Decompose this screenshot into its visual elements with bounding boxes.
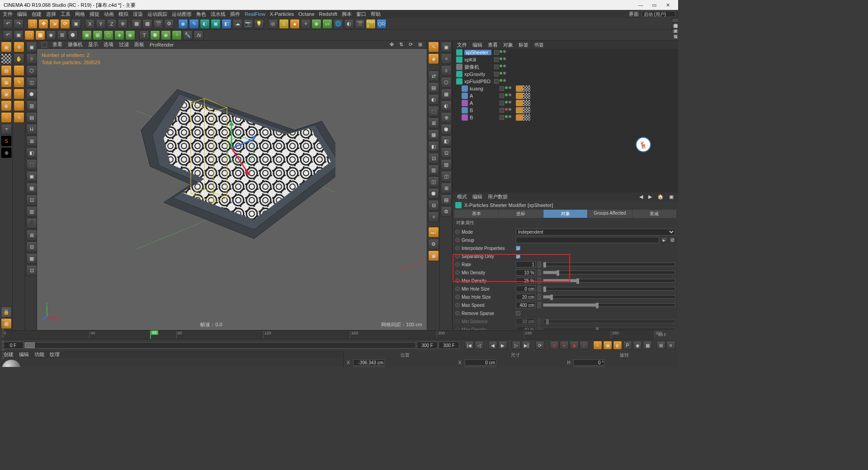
menu-xparticles[interactable]: X-Particles — [270, 11, 294, 17]
object-row[interactable]: A — [453, 92, 678, 99]
size-y[interactable] — [465, 367, 496, 367]
lp3-11[interactable]: ⬚ — [26, 159, 37, 170]
hand-icon[interactable]: ✋ — [14, 53, 24, 64]
om-menu[interactable]: 文件 — [457, 42, 467, 48]
rot-p[interactable] — [573, 367, 605, 367]
k4[interactable]: P — [623, 341, 632, 350]
max-speed-input[interactable] — [516, 302, 536, 308]
menu-item[interactable]: 捕捉 — [90, 11, 99, 18]
vis-render[interactable] — [503, 65, 506, 67]
make-editable[interactable]: ▣ — [1, 42, 12, 52]
coord-sys[interactable]: ⊕ — [118, 19, 127, 29]
tag-icon[interactable] — [523, 107, 530, 113]
spinner[interactable] — [538, 294, 541, 300]
lp3-13[interactable]: ▦ — [26, 183, 37, 193]
spinner[interactable] — [538, 277, 541, 284]
radio-icon[interactable] — [455, 238, 460, 242]
lp3-9[interactable]: ⊞ — [26, 136, 37, 146]
mode-select[interactable]: Independent — [516, 229, 675, 235]
vis-render[interactable] — [509, 108, 511, 111]
move-icon[interactable]: ✥ — [14, 42, 24, 52]
rp2-3[interactable]: ◊ — [441, 65, 452, 76]
menu-item[interactable]: 创建 — [32, 11, 42, 18]
camera[interactable]: 📷 — [243, 19, 253, 29]
layer-toggle[interactable] — [494, 57, 499, 62]
rp2-6[interactable]: ◐ — [441, 100, 452, 111]
menu-item[interactable]: 网格 — [75, 11, 85, 18]
rp1-12[interactable]: ◫ — [428, 176, 439, 187]
tag-icon[interactable] — [516, 107, 523, 113]
lp3-5[interactable]: ⬢ — [26, 89, 37, 99]
tb2-1[interactable]: ↶ — [3, 30, 13, 40]
radio-icon[interactable] — [455, 262, 460, 267]
menu-item[interactable]: 文件 — [3, 11, 13, 18]
vp-menu[interactable]: 过滤 — [119, 41, 129, 48]
object-row[interactable]: xpFluidPBD — [453, 78, 678, 85]
am-tab-groups[interactable]: Groups Affected — [588, 210, 632, 218]
vp-menu[interactable]: 面板 — [134, 41, 144, 48]
scrub-bar[interactable] — [24, 342, 416, 348]
lp3-1[interactable]: ▣ — [26, 42, 37, 52]
rec-key[interactable]: ● — [560, 341, 569, 350]
menu-item[interactable]: 模拟 — [118, 11, 128, 18]
side-tab[interactable]: 属性 — [672, 29, 678, 33]
vis-editor[interactable] — [505, 115, 508, 118]
rp2-10[interactable]: ⊡ — [441, 147, 452, 158]
poly-s-mode[interactable]: S — [1, 136, 12, 146]
lt-4[interactable]: ⬭ — [14, 100, 24, 111]
max-hole-input[interactable] — [516, 294, 536, 300]
pos-x[interactable] — [353, 359, 385, 366]
object-row[interactable]: 摄像机 — [453, 63, 678, 70]
lt-3[interactable]: ⟋ — [14, 89, 24, 99]
layer-toggle[interactable] — [500, 94, 504, 98]
k5[interactable]: ◉ — [633, 341, 642, 350]
lp3-12[interactable]: ▣ — [26, 171, 37, 182]
tb2-12[interactable]: ◉ — [125, 30, 135, 40]
object-mode[interactable]: ▣ — [1, 89, 12, 99]
lp3-4[interactable]: ◫ — [26, 77, 37, 88]
xp-g2[interactable]: ᔕ — [322, 19, 332, 29]
tb2-7[interactable]: ⬢ — [68, 30, 78, 40]
vis-render[interactable] — [503, 57, 506, 60]
rp1-14[interactable]: ⊟ — [428, 200, 439, 211]
xp-g1[interactable]: ◉ — [311, 19, 321, 29]
om-menu[interactable]: 编辑 — [472, 42, 482, 48]
rp1-8[interactable]: ▦ — [428, 129, 439, 140]
mat-menu[interactable]: 编辑 — [19, 351, 29, 358]
layer-toggle[interactable] — [494, 79, 499, 84]
play-fwd[interactable]: ▶ — [498, 341, 507, 350]
om-menu[interactable]: 对象 — [503, 42, 513, 48]
rp1-gear[interactable]: ⚙ — [428, 239, 439, 249]
vp-toggle[interactable] — [42, 42, 47, 47]
xp-render[interactable]: 🎬 — [355, 19, 365, 29]
pos-y[interactable] — [353, 367, 385, 367]
vis-editor[interactable] — [500, 79, 502, 82]
qr-button[interactable]: QR — [377, 19, 387, 29]
cube-primitive[interactable]: ◉ — [178, 19, 188, 29]
k8[interactable]: ≡ — [666, 341, 675, 350]
rotate-tool[interactable]: ⟳ — [60, 19, 70, 29]
am-menu[interactable]: 模式 — [457, 193, 467, 200]
tb2-fx[interactable]: .fx — [193, 30, 203, 40]
vis-editor[interactable] — [500, 57, 502, 60]
rp1-13[interactable]: ⬢ — [428, 188, 439, 199]
lp3-16[interactable]: ⬛ — [26, 218, 37, 229]
goto-key-prev[interactable]: ◁ — [475, 341, 484, 350]
range-end-r2[interactable] — [439, 342, 459, 349]
max-speed-slider[interactable] — [543, 303, 675, 307]
xp-o[interactable]: ● — [290, 19, 300, 29]
side-tab[interactable]: 对象 — [672, 24, 678, 28]
object-row[interactable]: xpSheeter — [453, 49, 678, 56]
rp1-11[interactable]: ▥ — [428, 164, 439, 175]
radio-icon[interactable] — [455, 230, 460, 234]
tb2-14[interactable]: ⬣ — [150, 30, 160, 40]
tb2-6[interactable]: ⊞ — [57, 30, 67, 40]
lt-1[interactable]: ⬚ — [14, 65, 24, 76]
rp2-7[interactable]: ⊕ — [441, 112, 452, 123]
group-pick[interactable]: ▸ — [661, 237, 667, 243]
radio-icon[interactable] — [455, 303, 460, 307]
close-button[interactable]: ✕ — [661, 2, 675, 8]
menu-item[interactable]: 脚本 — [342, 11, 352, 18]
rot-h[interactable] — [573, 359, 605, 366]
radio-icon[interactable] — [455, 254, 460, 258]
